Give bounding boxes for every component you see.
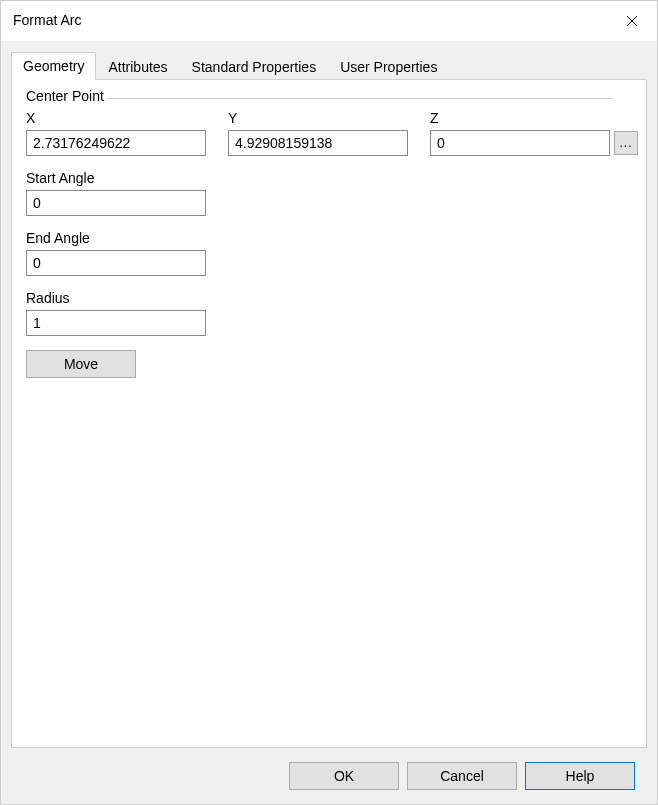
ok-button[interactable]: OK: [289, 762, 399, 790]
tab-attributes[interactable]: Attributes: [96, 53, 179, 80]
y-column: Y: [228, 110, 414, 156]
radius-label: Radius: [26, 290, 632, 306]
x-label: X: [26, 110, 212, 126]
z-label: Z: [430, 110, 638, 126]
center-point-legend: Center Point: [26, 88, 108, 104]
radius-block: Radius: [26, 290, 632, 336]
y-label: Y: [228, 110, 414, 126]
dialog-footer: OK Cancel Help: [11, 748, 647, 804]
end-angle-input[interactable]: [26, 250, 206, 276]
x-input[interactable]: [26, 130, 206, 156]
x-column: X: [26, 110, 212, 156]
close-button[interactable]: [607, 1, 657, 41]
cancel-button[interactable]: Cancel: [407, 762, 517, 790]
tab-geometry[interactable]: Geometry: [11, 52, 96, 80]
client-area: Geometry Attributes Standard Properties …: [1, 41, 657, 804]
dialog-title: Format Arc: [13, 12, 81, 28]
group-divider: [26, 98, 612, 99]
z-column: Z ...: [430, 110, 638, 156]
dialog-window: Format Arc Geometry Attributes Standard …: [0, 0, 658, 805]
title-bar: Format Arc: [1, 1, 657, 41]
start-angle-block: Start Angle: [26, 170, 632, 216]
z-row: ...: [430, 130, 638, 156]
z-input[interactable]: [430, 130, 610, 156]
end-angle-block: End Angle: [26, 230, 632, 276]
start-angle-input[interactable]: [26, 190, 206, 216]
y-input[interactable]: [228, 130, 408, 156]
center-point-group: Center Point X Y Z ...: [26, 88, 632, 156]
browse-point-button[interactable]: ...: [614, 131, 638, 155]
start-angle-label: Start Angle: [26, 170, 632, 186]
tab-panel-geometry: Center Point X Y Z ...: [11, 79, 647, 748]
radius-input[interactable]: [26, 310, 206, 336]
xyz-row: X Y Z ...: [26, 110, 632, 156]
help-button[interactable]: Help: [525, 762, 635, 790]
tab-strip: Geometry Attributes Standard Properties …: [11, 51, 647, 79]
close-icon: [626, 15, 638, 27]
end-angle-label: End Angle: [26, 230, 632, 246]
tab-standard-properties[interactable]: Standard Properties: [180, 53, 329, 80]
move-button[interactable]: Move: [26, 350, 136, 378]
tab-user-properties[interactable]: User Properties: [328, 53, 449, 80]
